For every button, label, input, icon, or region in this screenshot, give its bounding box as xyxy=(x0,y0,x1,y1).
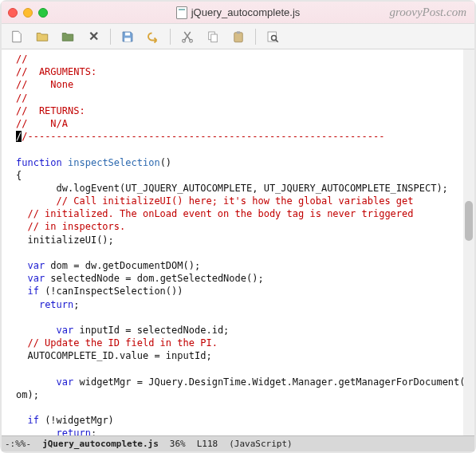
status-mode: -:%%- xyxy=(5,439,31,449)
code: (!widgetMgr) xyxy=(39,415,114,426)
undo-icon xyxy=(146,30,160,44)
titlebar: jQuery_autocomplete.js groovyPost.com xyxy=(2,2,474,24)
scrollbar-thumb[interactable] xyxy=(465,201,473,241)
keyword: var xyxy=(27,273,45,284)
new-file-icon xyxy=(10,30,24,44)
toolbar: ✕ xyxy=(2,24,474,49)
close-icon: ✕ xyxy=(89,29,99,44)
code: widgetMgr = JQuery.DesignTime.Widget.Man… xyxy=(73,376,463,388)
svg-point-2 xyxy=(183,39,186,42)
svg-rect-5 xyxy=(211,34,218,42)
comment: // initialized. The onLoad event on the … xyxy=(16,208,414,219)
comment: // None xyxy=(16,79,73,90)
keyword: return xyxy=(57,427,91,435)
open-drive-icon xyxy=(61,30,75,44)
editor-window: jQuery_autocomplete.js groovyPost.com ✕ xyxy=(0,0,476,453)
new-file-button[interactable] xyxy=(6,27,27,46)
save-icon xyxy=(120,30,135,44)
comment: // N/A xyxy=(16,118,68,129)
toolbar-separator xyxy=(110,29,111,45)
vertical-scrollbar[interactable] xyxy=(463,49,474,435)
code: AUTOCOMPLETE_ID.value = inputId; xyxy=(16,350,212,361)
comment: // Call initializeUI() here; it's how th… xyxy=(16,195,414,207)
code: selectedNode = dom.getSelectedNode(); xyxy=(45,273,264,284)
editor-area: // // ARGUMENTS: // None // // RETURNS: … xyxy=(2,49,474,435)
code: (!canInspectSelection()) xyxy=(39,286,183,297)
watermark-text: groovyPost.com xyxy=(389,6,466,19)
paste-icon xyxy=(231,30,246,44)
code: inputId = selectedNode.id; xyxy=(73,325,229,336)
code-editor[interactable]: // // ARGUMENTS: // None // // RETURNS: … xyxy=(2,49,463,435)
svg-rect-0 xyxy=(125,32,130,35)
open-recent-button[interactable] xyxy=(57,27,78,46)
copy-icon xyxy=(206,30,220,44)
keyword: var xyxy=(57,376,74,388)
comment: // in inspectors. xyxy=(16,221,125,232)
code: om); xyxy=(16,389,39,400)
code: dw.logEvent(UT_JQUERY_AUTOCOMPLETE, UT_J… xyxy=(16,183,448,194)
window-minimize-button[interactable] xyxy=(23,8,33,18)
code: initializeUI(); xyxy=(16,234,114,246)
save-button[interactable] xyxy=(117,27,138,46)
close-file-button[interactable]: ✕ xyxy=(83,27,104,46)
keyword: if xyxy=(27,415,38,426)
open-folder-icon xyxy=(35,30,49,44)
cut-icon xyxy=(180,30,195,44)
window-maximize-button[interactable] xyxy=(38,8,48,18)
comment: /---------------------------------------… xyxy=(22,131,384,142)
comment: // Update the ID field in the PI. xyxy=(16,337,218,349)
comment: // xyxy=(16,93,27,104)
function-name: inspectSelection xyxy=(68,157,160,168)
code: { xyxy=(16,170,22,181)
open-file-button[interactable] xyxy=(32,27,53,46)
toolbar-separator xyxy=(170,29,171,45)
statusbar: -:%%- jQuery_autocomplete.js 36% L118 (J… xyxy=(2,435,474,451)
comment: // ARGUMENTS: xyxy=(16,66,96,77)
paste-button[interactable] xyxy=(228,27,249,46)
keyword: var xyxy=(57,325,74,336)
toolbar-separator xyxy=(255,29,256,45)
keyword: if xyxy=(27,286,38,297)
undo-button[interactable] xyxy=(143,27,163,46)
search-icon xyxy=(266,30,280,44)
search-button[interactable] xyxy=(262,27,283,46)
keyword: function xyxy=(16,157,62,168)
keyword: var xyxy=(27,260,45,271)
svg-rect-6 xyxy=(234,32,243,41)
status-language: (JavaScript) xyxy=(229,439,292,449)
comment: // RETURNS: xyxy=(16,105,85,116)
cut-button[interactable] xyxy=(177,27,198,46)
window-close-button[interactable] xyxy=(8,8,18,18)
comment: // xyxy=(16,53,27,65)
code: () xyxy=(160,157,171,168)
svg-rect-7 xyxy=(237,31,241,33)
file-icon xyxy=(176,6,187,19)
traffic-lights xyxy=(8,8,48,18)
copy-button[interactable] xyxy=(203,27,223,46)
code: dom = dw.getDocumentDOM(); xyxy=(45,260,200,271)
keyword: return xyxy=(39,299,73,310)
svg-rect-1 xyxy=(124,37,131,41)
svg-point-3 xyxy=(190,39,193,42)
status-filename: jQuery_autocomplete.js xyxy=(42,439,159,449)
title-filename: jQuery_autocomplete.js xyxy=(191,6,301,18)
status-percent: 36% xyxy=(170,439,186,449)
status-line: L118 xyxy=(197,439,218,449)
